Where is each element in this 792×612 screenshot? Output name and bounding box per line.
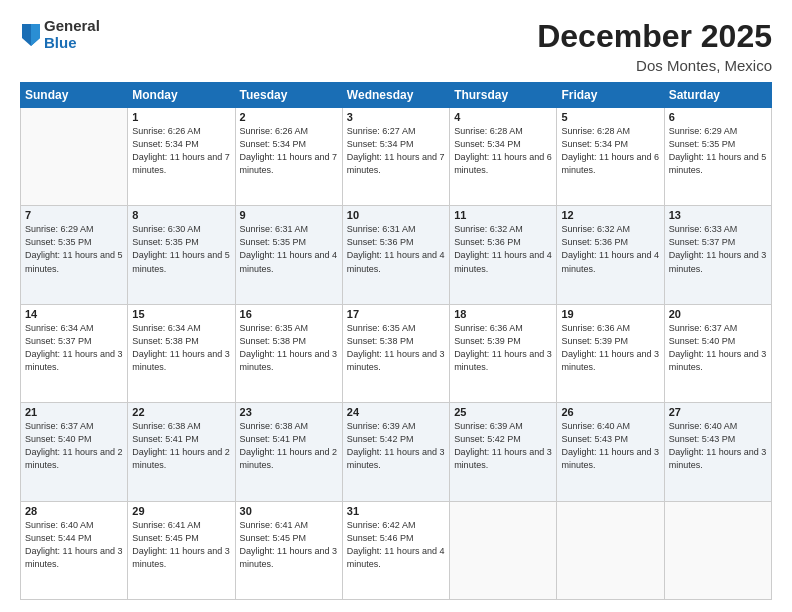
calendar-cell: 23Sunrise: 6:38 AMSunset: 5:41 PMDayligh… [235,403,342,501]
calendar-week-row: 7Sunrise: 6:29 AMSunset: 5:35 PMDaylight… [21,206,772,304]
calendar-cell: 30Sunrise: 6:41 AMSunset: 5:45 PMDayligh… [235,501,342,599]
day-number: 31 [347,505,445,517]
day-number: 12 [561,209,659,221]
day-number: 18 [454,308,552,320]
calendar-cell: 26Sunrise: 6:40 AMSunset: 5:43 PMDayligh… [557,403,664,501]
day-info: Sunrise: 6:42 AMSunset: 5:46 PMDaylight:… [347,519,445,571]
calendar-week-row: 21Sunrise: 6:37 AMSunset: 5:40 PMDayligh… [21,403,772,501]
day-info: Sunrise: 6:39 AMSunset: 5:42 PMDaylight:… [347,420,445,472]
calendar-cell: 10Sunrise: 6:31 AMSunset: 5:36 PMDayligh… [342,206,449,304]
calendar-cell: 15Sunrise: 6:34 AMSunset: 5:38 PMDayligh… [128,304,235,402]
month-title: December 2025 [537,18,772,55]
header-row: SundayMondayTuesdayWednesdayThursdayFrid… [21,83,772,108]
day-info: Sunrise: 6:29 AMSunset: 5:35 PMDaylight:… [669,125,767,177]
calendar-cell: 12Sunrise: 6:32 AMSunset: 5:36 PMDayligh… [557,206,664,304]
calendar-week-row: 28Sunrise: 6:40 AMSunset: 5:44 PMDayligh… [21,501,772,599]
calendar-cell [557,501,664,599]
calendar-cell: 14Sunrise: 6:34 AMSunset: 5:37 PMDayligh… [21,304,128,402]
title-block: December 2025 Dos Montes, Mexico [537,18,772,74]
day-number: 24 [347,406,445,418]
day-info: Sunrise: 6:33 AMSunset: 5:37 PMDaylight:… [669,223,767,275]
day-number: 2 [240,111,338,123]
day-info: Sunrise: 6:29 AMSunset: 5:35 PMDaylight:… [25,223,123,275]
day-info: Sunrise: 6:32 AMSunset: 5:36 PMDaylight:… [561,223,659,275]
calendar-week-row: 1Sunrise: 6:26 AMSunset: 5:34 PMDaylight… [21,108,772,206]
calendar-cell: 22Sunrise: 6:38 AMSunset: 5:41 PMDayligh… [128,403,235,501]
day-info: Sunrise: 6:27 AMSunset: 5:34 PMDaylight:… [347,125,445,177]
weekday-header: Tuesday [235,83,342,108]
location: Dos Montes, Mexico [537,57,772,74]
day-info: Sunrise: 6:40 AMSunset: 5:44 PMDaylight:… [25,519,123,571]
day-number: 25 [454,406,552,418]
day-number: 11 [454,209,552,221]
calendar-cell: 29Sunrise: 6:41 AMSunset: 5:45 PMDayligh… [128,501,235,599]
day-number: 1 [132,111,230,123]
day-number: 27 [669,406,767,418]
day-info: Sunrise: 6:34 AMSunset: 5:37 PMDaylight:… [25,322,123,374]
day-info: Sunrise: 6:36 AMSunset: 5:39 PMDaylight:… [561,322,659,374]
calendar-cell: 25Sunrise: 6:39 AMSunset: 5:42 PMDayligh… [450,403,557,501]
calendar-cell: 16Sunrise: 6:35 AMSunset: 5:38 PMDayligh… [235,304,342,402]
day-info: Sunrise: 6:35 AMSunset: 5:38 PMDaylight:… [240,322,338,374]
weekday-header: Monday [128,83,235,108]
weekday-header: Friday [557,83,664,108]
day-number: 16 [240,308,338,320]
day-info: Sunrise: 6:30 AMSunset: 5:35 PMDaylight:… [132,223,230,275]
calendar-cell: 13Sunrise: 6:33 AMSunset: 5:37 PMDayligh… [664,206,771,304]
calendar-cell [21,108,128,206]
header: General Blue December 2025 Dos Montes, M… [20,18,772,74]
calendar-cell: 8Sunrise: 6:30 AMSunset: 5:35 PMDaylight… [128,206,235,304]
calendar-cell [664,501,771,599]
logo-general: General [44,18,100,35]
calendar-cell: 19Sunrise: 6:36 AMSunset: 5:39 PMDayligh… [557,304,664,402]
day-info: Sunrise: 6:28 AMSunset: 5:34 PMDaylight:… [454,125,552,177]
day-info: Sunrise: 6:39 AMSunset: 5:42 PMDaylight:… [454,420,552,472]
logo-text: General Blue [44,18,100,51]
page: General Blue December 2025 Dos Montes, M… [0,0,792,612]
weekday-header: Sunday [21,83,128,108]
day-number: 8 [132,209,230,221]
logo: General Blue [20,18,100,51]
day-number: 30 [240,505,338,517]
day-number: 28 [25,505,123,517]
day-number: 20 [669,308,767,320]
logo-blue: Blue [44,35,100,52]
calendar-cell: 6Sunrise: 6:29 AMSunset: 5:35 PMDaylight… [664,108,771,206]
day-number: 22 [132,406,230,418]
calendar-cell: 7Sunrise: 6:29 AMSunset: 5:35 PMDaylight… [21,206,128,304]
calendar-week-row: 14Sunrise: 6:34 AMSunset: 5:37 PMDayligh… [21,304,772,402]
day-info: Sunrise: 6:37 AMSunset: 5:40 PMDaylight:… [669,322,767,374]
calendar-cell: 17Sunrise: 6:35 AMSunset: 5:38 PMDayligh… [342,304,449,402]
logo-icon [22,24,40,46]
day-info: Sunrise: 6:41 AMSunset: 5:45 PMDaylight:… [132,519,230,571]
calendar-cell: 5Sunrise: 6:28 AMSunset: 5:34 PMDaylight… [557,108,664,206]
day-info: Sunrise: 6:41 AMSunset: 5:45 PMDaylight:… [240,519,338,571]
day-number: 6 [669,111,767,123]
day-number: 23 [240,406,338,418]
day-info: Sunrise: 6:31 AMSunset: 5:36 PMDaylight:… [347,223,445,275]
svg-marker-1 [31,24,40,46]
day-info: Sunrise: 6:36 AMSunset: 5:39 PMDaylight:… [454,322,552,374]
day-info: Sunrise: 6:40 AMSunset: 5:43 PMDaylight:… [669,420,767,472]
calendar-cell: 31Sunrise: 6:42 AMSunset: 5:46 PMDayligh… [342,501,449,599]
weekday-header: Saturday [664,83,771,108]
day-number: 15 [132,308,230,320]
day-info: Sunrise: 6:26 AMSunset: 5:34 PMDaylight:… [132,125,230,177]
day-info: Sunrise: 6:38 AMSunset: 5:41 PMDaylight:… [132,420,230,472]
calendar-table: SundayMondayTuesdayWednesdayThursdayFrid… [20,82,772,600]
day-number: 4 [454,111,552,123]
calendar-cell: 24Sunrise: 6:39 AMSunset: 5:42 PMDayligh… [342,403,449,501]
calendar-cell: 20Sunrise: 6:37 AMSunset: 5:40 PMDayligh… [664,304,771,402]
calendar-cell: 2Sunrise: 6:26 AMSunset: 5:34 PMDaylight… [235,108,342,206]
calendar-cell: 18Sunrise: 6:36 AMSunset: 5:39 PMDayligh… [450,304,557,402]
day-number: 17 [347,308,445,320]
calendar-cell [450,501,557,599]
day-number: 26 [561,406,659,418]
day-info: Sunrise: 6:40 AMSunset: 5:43 PMDaylight:… [561,420,659,472]
day-info: Sunrise: 6:38 AMSunset: 5:41 PMDaylight:… [240,420,338,472]
calendar-cell: 27Sunrise: 6:40 AMSunset: 5:43 PMDayligh… [664,403,771,501]
day-number: 7 [25,209,123,221]
day-info: Sunrise: 6:28 AMSunset: 5:34 PMDaylight:… [561,125,659,177]
day-number: 14 [25,308,123,320]
day-info: Sunrise: 6:26 AMSunset: 5:34 PMDaylight:… [240,125,338,177]
